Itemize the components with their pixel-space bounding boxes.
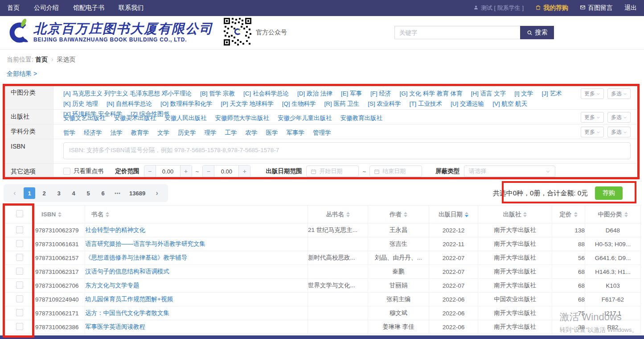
subject-link[interactable]: 工学 bbox=[225, 128, 237, 138]
row-checkbox[interactable] bbox=[16, 295, 23, 302]
last-page-button[interactable]: 13689 bbox=[127, 187, 148, 199]
clc-link[interactable]: [J] 艺术 bbox=[541, 88, 562, 99]
book-title-link[interactable]: 东方文化与文学专题 bbox=[85, 282, 139, 289]
isbn-input[interactable] bbox=[63, 142, 631, 159]
col-header-series[interactable]: 丛书名 bbox=[308, 206, 368, 223]
col-header-pubdate[interactable]: 出版日期 bbox=[429, 206, 478, 223]
pagination-ellipsis[interactable]: ••• bbox=[112, 187, 123, 199]
clc-link[interactable]: [P] 天文学 地球科学 bbox=[221, 99, 274, 109]
row-checkbox[interactable] bbox=[16, 240, 23, 247]
page-button[interactable]: 2 bbox=[38, 187, 50, 199]
recommend-button[interactable]: 荐购 bbox=[595, 186, 623, 200]
end-date-input[interactable]: 结束日期 bbox=[369, 165, 422, 177]
clc-link[interactable]: [G] 文化 科学 教育 体育 bbox=[400, 88, 463, 99]
price-max-value[interactable]: 0.00 bbox=[214, 165, 238, 177]
page-button[interactable]: 3 bbox=[53, 187, 65, 199]
plus-button[interactable]: + bbox=[238, 165, 250, 177]
my-recommend-link[interactable]: 我的荐购 bbox=[535, 4, 568, 12]
book-title-link[interactable]: 语言研究掇拾——语言学与外语教学研究文集 bbox=[85, 240, 205, 247]
publisher-link[interactable]: 安徽教育出版社 bbox=[340, 113, 383, 123]
clc-link[interactable]: [R] 医药 卫生 bbox=[324, 99, 360, 109]
row-checkbox[interactable] bbox=[16, 268, 23, 275]
book-title-link[interactable]: 社会转型中的精神文化 bbox=[85, 227, 145, 233]
search-button[interactable]: 搜索 bbox=[520, 26, 554, 39]
price-min-value[interactable]: 0.00 bbox=[156, 165, 180, 177]
logout-link[interactable]: 退出 bbox=[624, 4, 637, 12]
row-checkbox[interactable] bbox=[16, 226, 23, 233]
row-checkbox[interactable] bbox=[16, 281, 23, 289]
clc-link[interactable]: [Q] 生物科学 bbox=[282, 99, 316, 109]
book-title-link[interactable]: 幼儿园保育员工作规范图解+视频 bbox=[85, 296, 173, 302]
book-title-link[interactable]: 军事医学英语阅读教程 bbox=[85, 323, 145, 330]
multi-select-button[interactable]: 多选 bbox=[607, 127, 631, 137]
user-info[interactable]: 测试 [ 院系学生 ] bbox=[473, 4, 524, 12]
row-checkbox[interactable] bbox=[16, 323, 23, 330]
publisher-link[interactable]: 安徽少年儿童出版社 bbox=[278, 113, 332, 123]
message-board-link[interactable]: 百图留言 bbox=[580, 4, 613, 12]
page-button[interactable]: 6 bbox=[97, 187, 109, 199]
clc-link[interactable]: [T] 工业技术 bbox=[410, 99, 443, 109]
clc-link[interactable]: [U] 交通运输 bbox=[451, 99, 484, 109]
publisher-link[interactable]: 安徽文艺出版社 bbox=[63, 113, 106, 123]
prev-page-button[interactable]: ‹ bbox=[9, 187, 21, 199]
subject-link[interactable]: 法学 bbox=[111, 128, 123, 138]
more-button[interactable]: 更多 bbox=[581, 112, 604, 123]
clc-link[interactable]: [E] 军事 bbox=[341, 88, 362, 99]
col-header-clc[interactable]: 中图分类 bbox=[585, 206, 641, 223]
clc-link[interactable]: [V] 航空 航天 bbox=[492, 99, 527, 109]
clc-link[interactable]: [C] 社会科学总论 bbox=[243, 88, 289, 99]
minus-button[interactable]: − bbox=[203, 165, 214, 177]
clc-link[interactable]: [S] 农业科学 bbox=[368, 99, 401, 109]
key-books-checkbox[interactable] bbox=[63, 168, 70, 175]
next-page-button[interactable]: › bbox=[151, 187, 163, 199]
page-button[interactable]: 1 bbox=[24, 187, 35, 199]
page-button[interactable]: 4 bbox=[68, 187, 79, 199]
subject-link[interactable]: 农学 bbox=[246, 128, 258, 138]
nav-home[interactable]: 首页 bbox=[7, 4, 20, 12]
book-title-link[interactable]: 汉语句子的信息结构和语调模式 bbox=[85, 268, 169, 275]
clc-link[interactable]: [A] 马克思主义 列宁主义 毛泽东思想 邓小平理论 bbox=[63, 88, 192, 99]
search-input[interactable] bbox=[394, 26, 520, 39]
col-header-author[interactable]: 作者 bbox=[368, 206, 429, 223]
breadcrumb-home[interactable]: 首页 bbox=[35, 56, 48, 63]
nav-company-intro[interactable]: 公司介绍 bbox=[34, 4, 59, 12]
subject-link[interactable]: 哲学 bbox=[63, 128, 75, 138]
clc-link[interactable]: [N] 自然科学总论 bbox=[107, 99, 152, 109]
col-header-price[interactable]: 定价 bbox=[552, 206, 585, 223]
clc-link[interactable]: [B] 哲学 宗教 bbox=[200, 88, 235, 99]
col-header-title[interactable]: 书名 bbox=[85, 206, 308, 223]
subject-link[interactable]: 历史学 bbox=[178, 128, 196, 138]
subject-link[interactable]: 经济学 bbox=[84, 128, 102, 138]
publisher-link[interactable]: 安徽人民出版社 bbox=[164, 113, 207, 123]
subject-link[interactable]: 教育学 bbox=[131, 128, 149, 138]
clc-link[interactable]: [F] 经济 bbox=[370, 88, 391, 99]
nav-contact[interactable]: 联系我们 bbox=[119, 4, 144, 12]
more-button[interactable]: 更多 bbox=[581, 127, 604, 137]
more-button[interactable]: 更多 bbox=[581, 88, 604, 99]
nav-ebooks[interactable]: 馆配电子书 bbox=[73, 4, 104, 12]
publisher-link[interactable]: 安徽美术出版社 bbox=[114, 113, 156, 123]
minus-button[interactable]: − bbox=[144, 165, 156, 177]
book-title-link[interactable]: 远方：中国当代文化学者散文集 bbox=[85, 310, 169, 316]
clc-link[interactable]: [D] 政治 法律 bbox=[297, 88, 332, 99]
all-results-link[interactable]: 全部结果 > bbox=[7, 70, 37, 78]
subject-link[interactable]: 军事学 bbox=[287, 128, 305, 138]
row-checkbox[interactable] bbox=[16, 254, 23, 261]
clc-link[interactable]: [H] 语言 文字 bbox=[471, 88, 506, 99]
col-header-isbn[interactable]: ISBN bbox=[35, 206, 85, 223]
block-type-select[interactable]: 请选择 bbox=[464, 165, 555, 177]
clc-link[interactable]: [K] 历史 地理 bbox=[63, 99, 98, 109]
clc-link[interactable]: [O] 数理科学和化学 bbox=[160, 99, 212, 109]
plus-button[interactable]: + bbox=[180, 165, 192, 177]
multi-select-button[interactable]: 多选 bbox=[607, 88, 631, 99]
page-button[interactable]: 5 bbox=[82, 187, 94, 199]
book-title-link[interactable]: 《思想道德修养与法律基础》教学辅导 bbox=[85, 254, 188, 261]
subject-link[interactable]: 管理学 bbox=[313, 128, 331, 138]
multi-select-button[interactable]: 多选 bbox=[607, 112, 631, 123]
clc-link[interactable]: [I] 文学 bbox=[514, 88, 533, 99]
subject-link[interactable]: 理学 bbox=[205, 128, 217, 138]
publisher-link[interactable]: 安徽师范大学出版社 bbox=[215, 113, 270, 123]
col-header-publisher[interactable]: 出版社 bbox=[478, 206, 552, 223]
company-logo[interactable]: 北京百万庄图书大厦有限公司 BEIJING BAIWANZHUANG BOOK … bbox=[7, 19, 213, 46]
start-date-input[interactable]: 开始日期 bbox=[306, 165, 359, 177]
